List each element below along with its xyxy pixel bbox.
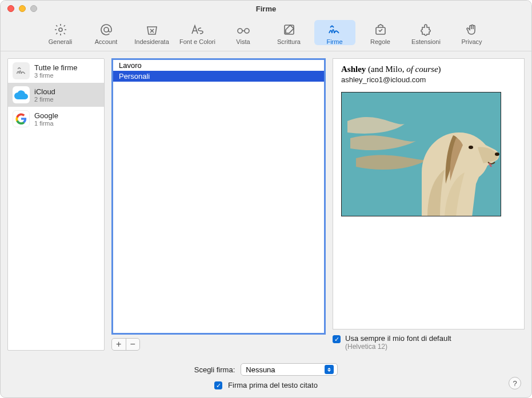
sidebar-count: 1 firma [34,120,58,127]
toolbar-item-generali[interactable]: Generali [40,20,81,45]
toolbar-label: Generali [49,38,73,45]
glasses-icon [236,22,251,37]
signature-image [341,92,501,216]
rules-icon [373,22,388,37]
default-font-label: Usa sempre il mio font di default [345,334,451,343]
toolbar-label: Vista [236,38,250,45]
toolbar-item-account[interactable]: Account [86,20,127,45]
signature-name-bold: Ashley [341,65,366,74]
svg-point-7 [469,146,473,149]
svg-point-8 [495,152,499,156]
toolbar-item-estensioni[interactable]: Estensioni [406,20,447,45]
signature-name-text: ) [438,65,441,74]
font-icon [190,22,205,37]
toolbar-item-vista[interactable]: Vista [223,20,264,45]
sidebar-count: 3 firme [34,72,77,79]
svg-point-3 [245,29,249,33]
toolbar-label: Regole [370,38,390,45]
choose-signature-label: Scegli firma: [194,365,235,374]
toolbar-item-font[interactable]: Font e Colori [177,20,218,45]
sidebar-item-google[interactable]: Google 1 firma [8,107,104,131]
sidebar-count: 2 firme [34,96,55,103]
minimize-button[interactable] [19,5,26,12]
hand-icon [465,22,479,37]
preview-column: Ashley (and Milo, of course) ashley_rico… [333,58,525,351]
close-button[interactable] [7,5,14,12]
signature-email: ashley_rico1@icloud.com [341,75,516,84]
toolbar-label: Scrittura [277,38,301,45]
maximize-button[interactable] [30,5,37,12]
sidebar-label: Google [34,111,58,120]
signatures-list[interactable]: Lavoro Personali [111,58,326,335]
gear-icon [53,22,68,37]
toolbar-label: Font e Colori [179,38,215,45]
toolbar-item-regole[interactable]: Regole [360,20,401,45]
puzzle-icon [419,22,434,37]
select-value: Nessuna [246,365,275,374]
svg-point-1 [104,27,109,32]
bottom-controls: Scegli firma: Nessuna Firma prima del te… [1,357,531,397]
compose-icon [282,22,297,37]
google-icon [13,110,30,127]
window-title: Firme [1,5,531,13]
choose-signature-select[interactable]: Nessuna [241,363,338,376]
trash-icon [145,22,159,37]
toolbar-label: Estensioni [411,38,441,45]
content-area: Tutte le firme 3 firme iCloud 2 firme [1,51,531,357]
add-signature-button[interactable]: + [112,339,126,350]
signature-all-icon [13,62,30,79]
default-font-checkbox[interactable] [333,335,341,343]
above-quoted-checkbox[interactable] [214,381,222,389]
toolbar-item-scrittura[interactable]: Scrittura [269,20,310,45]
signature-name-text: (and Milo, [366,65,406,74]
sidebar-label: iCloud [34,87,55,96]
preferences-window: Firme Generali Account Indesiderata Font… [0,0,532,398]
signature-icon [327,22,342,37]
signature-row[interactable]: Personali [113,71,324,82]
toolbar-item-indesiderata[interactable]: Indesiderata [131,20,173,45]
toolbar-item-firme[interactable]: Firme [314,20,355,45]
toolbar-label: Indesiderata [134,38,169,45]
at-icon [99,22,114,37]
signature-name-italic: of course [406,65,438,74]
signature-row[interactable]: Lavoro [113,60,324,71]
select-arrows-icon [325,365,334,374]
svg-point-0 [59,28,62,31]
icloud-icon [13,86,30,103]
signature-preview[interactable]: Ashley (and Milo, of course) ashley_rico… [333,58,525,329]
above-quoted-label: Firma prima del testo citato [228,381,318,389]
add-remove-control: + − [111,338,140,351]
toolbar-label: Privacy [461,38,482,45]
toolbar-item-privacy[interactable]: Privacy [451,20,493,45]
signature-name-line: Ashley (and Milo, of course) [341,65,516,74]
remove-signature-button[interactable]: − [126,339,140,350]
signatures-column: Lavoro Personali + − [111,58,326,351]
sidebar-item-all[interactable]: Tutte le firme 3 firme [8,59,104,83]
titlebar: Firme [1,1,531,17]
sidebar-label: Tutte le firme [34,63,77,72]
accounts-sidebar: Tutte le firme 3 firme iCloud 2 firme [7,58,105,351]
help-button[interactable]: ? [509,377,521,389]
sidebar-item-icloud[interactable]: iCloud 2 firme [8,83,104,107]
svg-point-2 [238,29,242,33]
default-font-row: Usa sempre il mio font di default (Helve… [333,334,525,351]
toolbar: Generali Account Indesiderata Font e Col… [1,17,531,51]
default-font-name: (Helvetica 12) [345,343,451,351]
toolbar-label: Account [95,38,118,45]
toolbar-label: Firme [326,38,342,45]
